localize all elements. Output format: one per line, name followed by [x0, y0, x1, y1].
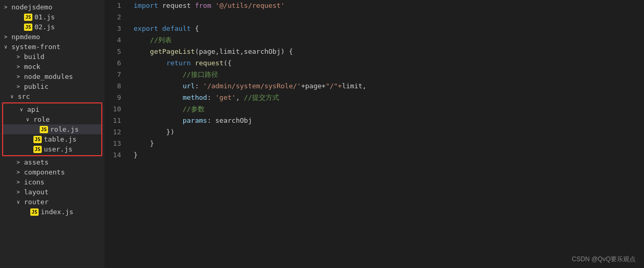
code-line: return request({: [134, 57, 644, 69]
code-line: import request from '@/utils/request': [134, 0, 644, 11]
code-line: getPageList(page,limit,searchObj) {: [134, 46, 644, 57]
code-line: //列表: [134, 34, 644, 46]
sidebar-item-label: node_modules: [24, 73, 73, 80]
sidebar-item-label: index.js: [41, 208, 74, 216]
sidebar-item-role[interactable]: role: [3, 114, 101, 124]
chevron-icon: [17, 189, 24, 195]
sidebar-item-label: src: [18, 92, 30, 100]
file-explorer[interactable]: nodejsdemo JS 01.js JS 02.js npmdemo sys…: [0, 0, 104, 268]
sidebar-item-label: user.js: [44, 145, 73, 153]
sidebar-item-system-front[interactable]: system-front: [0, 42, 104, 52]
code-line: params: searchObj: [134, 115, 644, 126]
chevron-icon: [17, 199, 24, 205]
code-line: [134, 11, 644, 23]
sidebar-item-assets[interactable]: assets: [0, 157, 104, 167]
js-file-icon: JS: [33, 136, 42, 143]
sidebar-item-label: role: [33, 115, 50, 123]
chevron-icon: [10, 94, 18, 99]
sidebar-item-label: npmdemo: [11, 33, 40, 41]
sidebar-item-tablejs[interactable]: JS table.js: [3, 134, 101, 144]
code-line: url: '/admin/system/sysRole/'+page+"/"+l…: [134, 80, 644, 92]
code-line: }: [134, 138, 644, 149]
chevron-icon: [17, 159, 24, 165]
chevron-icon: [20, 107, 27, 112]
sidebar-item-public[interactable]: public: [0, 81, 104, 91]
js-file-icon: JS: [30, 208, 39, 216]
sidebar-item-layout[interactable]: layout: [0, 187, 104, 197]
sidebar-item-nodejsdemo[interactable]: nodejsdemo: [0, 2, 104, 12]
code-line: export default {: [134, 23, 644, 34]
chevron-icon: [17, 54, 24, 60]
js-file-icon: JS: [24, 24, 32, 31]
sidebar-item-02js[interactable]: JS 02.js: [0, 22, 104, 32]
js-file-icon: JS: [40, 126, 48, 133]
code-editor: 1 2 3 4 5 6 7 8 9 10 11 12 13 14 import …: [104, 0, 644, 268]
sidebar-item-label: components: [24, 168, 65, 176]
sidebar-item-label: role.js: [50, 125, 79, 133]
sidebar-item-node-modules[interactable]: node_modules: [0, 72, 104, 81]
watermark: CSDN @QvQ要乐观点: [572, 255, 636, 264]
sidebar-item-api[interactable]: api: [3, 104, 101, 114]
chevron-icon: [4, 34, 11, 40]
js-file-icon: JS: [24, 14, 32, 21]
code-content[interactable]: import request from '@/utils/request' ex…: [129, 0, 644, 268]
sidebar-item-build[interactable]: build: [0, 52, 104, 62]
chevron-icon: [17, 179, 24, 185]
sidebar-item-label: table.js: [44, 135, 77, 143]
sidebar-item-label: mock: [24, 63, 40, 71]
sidebar-item-icons[interactable]: icons: [0, 177, 104, 187]
sidebar-item-label: nodejsdemo: [11, 3, 52, 11]
highlighted-section: api role JS role.js JS table.js JS user.…: [2, 102, 102, 156]
code-line: //接口路径: [134, 69, 644, 80]
chevron-icon: [17, 74, 24, 79]
sidebar-item-mock[interactable]: mock: [0, 62, 104, 72]
sidebar-item-rolejs[interactable]: JS role.js: [3, 124, 101, 134]
chevron-icon: [4, 44, 11, 50]
sidebar-item-label: assets: [24, 158, 49, 166]
sidebar-item-src[interactable]: src: [0, 91, 104, 101]
chevron-icon: [17, 84, 24, 89]
sidebar-item-router[interactable]: router: [0, 197, 104, 207]
code-line: }): [134, 126, 644, 138]
js-file-icon: JS: [33, 146, 42, 153]
sidebar-item-label: icons: [24, 178, 44, 186]
chevron-icon: [17, 64, 24, 69]
sidebar-item-label: layout: [24, 188, 49, 196]
sidebar-item-label: system-front: [11, 43, 61, 51]
sidebar-item-components[interactable]: components: [0, 167, 104, 177]
code-line: //参数: [134, 103, 644, 115]
sidebar-item-label: api: [27, 106, 39, 113]
chevron-icon: [17, 169, 24, 175]
chevron-icon: [4, 4, 11, 10]
sidebar-item-indexjs[interactable]: JS index.js: [0, 207, 104, 217]
code-line: method: 'get', //提交方式: [134, 92, 644, 103]
sidebar-item-01js[interactable]: JS 01.js: [0, 12, 104, 22]
sidebar-item-userjs[interactable]: JS user.js: [3, 144, 101, 154]
code-line: }: [134, 149, 644, 161]
code-area: 1 2 3 4 5 6 7 8 9 10 11 12 13 14 import …: [104, 0, 644, 268]
sidebar-item-label: 01.js: [34, 13, 55, 21]
sidebar-item-label: build: [24, 53, 44, 61]
line-numbers: 1 2 3 4 5 6 7 8 9 10 11 12 13 14: [104, 0, 129, 268]
sidebar-item-label: 02.js: [34, 23, 55, 31]
chevron-icon: [26, 116, 33, 122]
sidebar-item-npmdemo[interactable]: npmdemo: [0, 32, 104, 42]
sidebar-item-label: public: [24, 83, 49, 90]
sidebar-item-label: router: [24, 198, 49, 206]
